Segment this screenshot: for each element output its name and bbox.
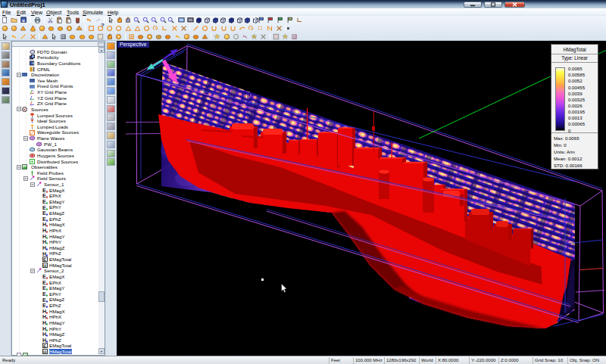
svg-text:H: H [42, 326, 46, 331]
svg-text:H: H [42, 234, 46, 239]
svg-text:E: E [42, 216, 46, 222]
svg-text:H: H [42, 309, 46, 314]
svg-text:H: H [42, 239, 46, 244]
svg-text:E: E [42, 193, 46, 198]
svg-text:H: H [42, 320, 46, 325]
svg-text:E: E [42, 199, 46, 204]
svg-text:H: H [42, 331, 46, 337]
svg-text:H: H [42, 245, 46, 250]
svg-text:E: E [43, 344, 46, 348]
svg-text:E: E [42, 303, 46, 308]
svg-text:E: E [43, 257, 46, 262]
svg-text:E: E [42, 291, 46, 297]
svg-text:H: H [42, 338, 46, 343]
svg-text:H: H [42, 228, 46, 233]
svg-text:E: E [42, 205, 46, 210]
svg-text:H: H [42, 222, 46, 227]
svg-text:H: H [43, 350, 46, 354]
svg-text:E: E [42, 297, 46, 303]
svg-text:E: E [42, 285, 46, 291]
svg-text:y: y [32, 89, 33, 92]
svg-text:H: H [43, 263, 46, 267]
svg-text:E: E [42, 210, 46, 216]
svg-text:E: E [42, 280, 46, 285]
svg-text:E: E [42, 188, 46, 193]
svg-text:H: H [42, 314, 46, 319]
svg-text:E: E [42, 274, 46, 279]
svg-text:H: H [42, 251, 46, 257]
